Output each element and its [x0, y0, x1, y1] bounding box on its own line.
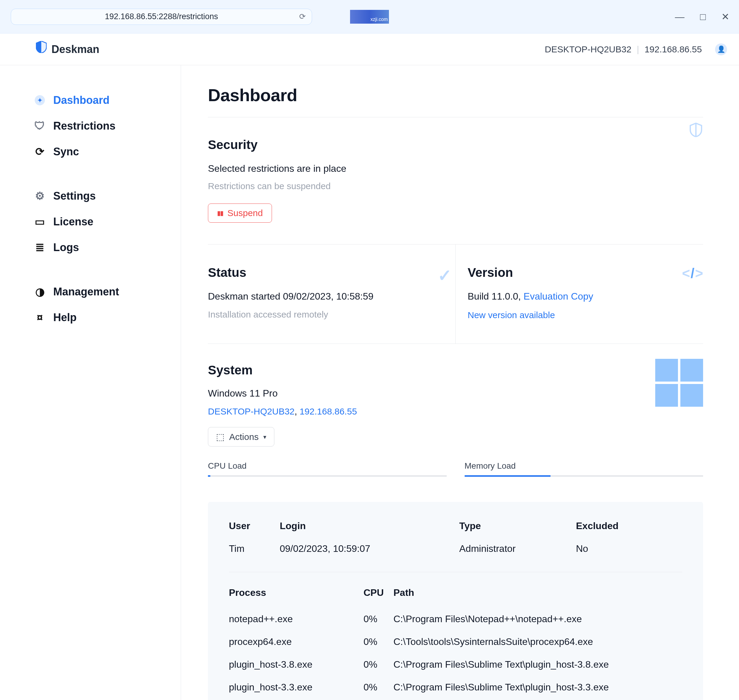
new-version-link[interactable]: New version available [468, 310, 555, 320]
val-login: 09/02/2023, 10:59:07 [280, 541, 459, 556]
load-row: CPU Load Memory Load [208, 460, 703, 477]
code-icon: </> [682, 263, 703, 284]
header-hostname: DESKTOP-HQ2UB32 [545, 43, 632, 56]
sidebar-item-label: Settings [53, 188, 96, 204]
sidebar-item-sync[interactable]: ⟳ Sync [35, 139, 169, 165]
maximize-icon[interactable]: □ [700, 12, 706, 22]
version-title: Version [468, 263, 703, 282]
system-hostname-link[interactable]: DESKTOP-HQ2UB32 [208, 406, 295, 416]
app-header: Deskman DESKTOP-HQ2UB32 | 192.168.86.55 … [0, 34, 739, 65]
cell-path: C:\Tools\tools\SysinternalsSuite\procexp… [394, 634, 682, 649]
cell-path: C:\Program Files\Sublime Text\plugin_hos… [394, 657, 682, 672]
sidebar-item-label: Management [53, 284, 119, 300]
status-hint: Installation accessed remotely [208, 308, 444, 321]
process-table: Process CPU Path notepad++.exe0%C:\Progr… [229, 585, 682, 700]
val-user: Tim [229, 541, 280, 556]
sidebar-item-settings[interactable]: ⚙ Settings [35, 183, 169, 209]
col-excluded: Excluded [576, 519, 682, 533]
reload-icon[interactable]: ⟳ [299, 11, 306, 22]
table-row: procexp64.exe0%C:\Tools\tools\Sysinterna… [229, 630, 682, 653]
close-icon[interactable]: ✕ [721, 12, 729, 22]
address-url: 192.168.86.55:2288/restrictions [105, 10, 218, 23]
windows-icon [655, 359, 703, 407]
system-title: System [208, 360, 703, 379]
version-card: </> Version Build 11.0.0, Evaluation Cop… [455, 244, 703, 344]
minimize-icon[interactable]: — [675, 12, 685, 22]
cell-cpu: 0% [363, 634, 394, 649]
shield-check-icon: 🛡︎ [35, 121, 45, 131]
val-type: Administrator [459, 541, 576, 556]
cell-cpu: 0% [363, 657, 394, 672]
evaluation-link[interactable]: Evaluation Copy [524, 291, 593, 301]
system-links: DESKTOP-HQ2UB32, 192.168.86.55 [208, 404, 703, 418]
suspend-label: Suspend [228, 208, 263, 218]
memory-load: Memory Load [465, 460, 704, 477]
cell-process: procexp64.exe [229, 634, 363, 649]
status-sub: Deskman started 09/02/2023, 10:58:59 [208, 289, 444, 303]
window-controls: — □ ✕ [675, 0, 729, 33]
gear-icon: ⚙ [35, 191, 45, 201]
shield-icon [36, 41, 47, 57]
details-panel: User Login Type Excluded Tim 09/02/2023,… [208, 502, 703, 700]
sidebar-item-label: Sync [53, 144, 79, 160]
actions-label: Actions [229, 432, 259, 442]
sidebar-item-label: Restrictions [53, 118, 116, 134]
page-title: Dashboard [208, 82, 703, 117]
memory-load-label: Memory Load [465, 460, 704, 472]
cell-process: plugin_host-3.3.exe [229, 680, 363, 694]
col-user: User [229, 519, 280, 533]
sidebar-item-label: Dashboard [53, 92, 110, 108]
address-bar-wrap: 192.168.86.55:2288/restrictions ⟳ [11, 9, 312, 25]
security-hint: Restrictions can be suspended [208, 179, 703, 193]
col-cpu: CPU [363, 585, 394, 600]
address-bar[interactable]: 192.168.86.55:2288/restrictions ⟳ [11, 9, 312, 25]
security-title: Security [208, 135, 703, 154]
col-type: Type [459, 519, 576, 533]
chevron-down-icon: ▾ [263, 433, 266, 441]
check-icon: ✓ [438, 263, 452, 288]
site-badge-text: xzji.com [370, 16, 388, 23]
system-ip-link[interactable]: 192.168.86.55 [300, 406, 357, 416]
avatar[interactable]: 👤 [715, 43, 727, 55]
security-card: Security Selected restrictions are in pl… [208, 117, 703, 244]
status-title: Status [208, 263, 444, 282]
col-path: Path [394, 585, 682, 600]
pause-icon: ▮▮ [217, 209, 223, 217]
cell-cpu: 0% [363, 612, 394, 626]
sidebar-item-dashboard[interactable]: ✦ Dashboard [35, 87, 169, 113]
cell-process: notepad++.exe [229, 612, 363, 626]
system-os: Windows 11 Pro [208, 386, 703, 400]
val-excluded: No [576, 541, 682, 556]
sidebar-item-license[interactable]: ▭ License [35, 209, 169, 235]
sidebar-item-help[interactable]: ¤ Help [35, 304, 169, 330]
cube-icon: ⬚ [216, 432, 225, 442]
cell-path: C:\Program Files\Notepad++\notepad++.exe [394, 612, 682, 626]
suspend-button[interactable]: ▮▮ Suspend [208, 203, 272, 223]
system-card: System Windows 11 Pro DESKTOP-HQ2UB32, 1… [208, 344, 703, 700]
user-grid: User Login Type Excluded Tim 09/02/2023,… [229, 519, 682, 572]
table-header: Process CPU Path [229, 585, 682, 607]
stack-icon: ≣ [35, 243, 45, 253]
brand-text: Deskman [51, 41, 99, 57]
table-row: notepad++.exe0%C:\Program Files\Notepad+… [229, 607, 682, 630]
cell-cpu: 0% [363, 680, 394, 694]
cpu-load-label: CPU Load [208, 460, 447, 472]
compass-icon: ✦ [35, 95, 45, 105]
brand[interactable]: Deskman [36, 41, 99, 57]
sidebar-item-label: Logs [53, 240, 79, 256]
actions-button[interactable]: ⬚ Actions ▾ [208, 427, 274, 447]
memory-load-fill [465, 475, 551, 477]
sync-icon: ⟳ [35, 147, 45, 157]
sidebar-item-label: Help [53, 309, 76, 326]
cpu-load-bar [208, 475, 447, 477]
sidebar-item-restrictions[interactable]: 🛡︎ Restrictions [35, 113, 169, 139]
status-version-row: ✓ Status Deskman started 09/02/2023, 10:… [208, 244, 703, 344]
cpu-load-fill [208, 475, 210, 477]
sidebar-item-logs[interactable]: ≣ Logs [35, 235, 169, 260]
cell-path: C:\Program Files\Sublime Text\plugin_hos… [394, 680, 682, 694]
col-login: Login [280, 519, 459, 533]
memory-load-bar [465, 475, 704, 477]
shield-outline-icon [689, 123, 703, 141]
col-process: Process [229, 585, 363, 600]
sidebar-item-management[interactable]: ◑ Management [35, 279, 169, 304]
